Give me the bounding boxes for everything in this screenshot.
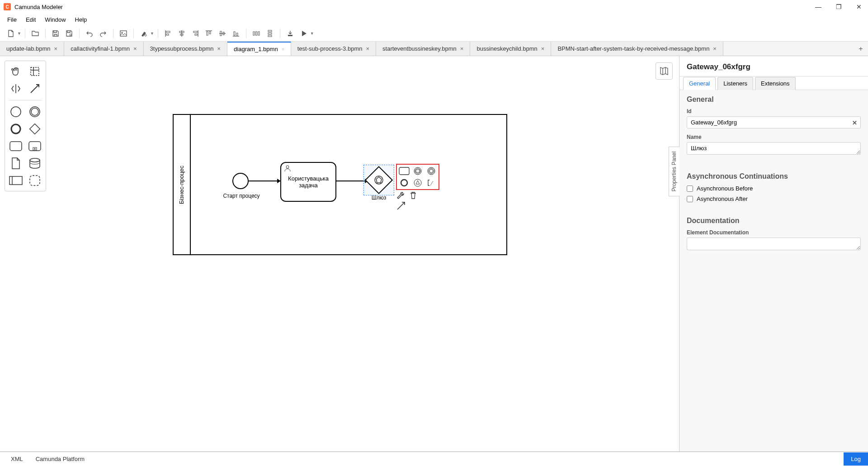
new-file-button[interactable] xyxy=(5,27,17,40)
export-image-button[interactable] xyxy=(117,27,130,40)
menu-window[interactable]: Window xyxy=(40,14,70,25)
trash-icon[interactable] xyxy=(409,191,418,200)
footer-tab-camunda-platform[interactable]: Camunda Platform xyxy=(29,453,91,465)
distribute-h-button[interactable] xyxy=(250,27,263,40)
align-middle-v-button[interactable] xyxy=(216,27,229,40)
canvas[interactable]: Properties Panel Бізнес-процес Старт про… xyxy=(51,56,679,452)
tab-test-sub-process-3[interactable]: test-sub-process-3.bpmn× xyxy=(291,42,376,56)
tab-bussineskeychild[interactable]: bussineskeychild.bpmn× xyxy=(470,42,551,56)
lane-body[interactable]: Старт процесу Користувацька задача Шлюз xyxy=(191,115,506,254)
save-as-button[interactable] xyxy=(63,27,75,40)
minimize-button[interactable]: — xyxy=(812,2,824,11)
redo-button[interactable] xyxy=(97,27,109,40)
lasso-tool-icon[interactable] xyxy=(28,65,42,78)
properties-tab-general[interactable]: General xyxy=(683,77,716,90)
pool-header[interactable]: Бізнес-процес xyxy=(174,115,191,254)
start-event-icon[interactable] xyxy=(9,105,23,119)
tab-callactivityfinal[interactable]: callactivityfinal-1.bpmn× xyxy=(64,42,143,56)
group-icon[interactable] xyxy=(28,174,42,187)
open-button[interactable] xyxy=(29,27,42,40)
data-store-icon[interactable] xyxy=(28,157,42,170)
toolbar: ▼ ▼ ▼ xyxy=(0,25,868,42)
run-dropdown-icon[interactable]: ▼ xyxy=(310,31,314,36)
tab-3typessubprocess[interactable]: 3typessubprocess.bpmn× xyxy=(144,42,228,56)
end-event-icon[interactable] xyxy=(9,122,23,136)
properties-tab-extensions[interactable]: Extensions xyxy=(755,77,796,90)
subprocess-expanded-icon[interactable] xyxy=(28,139,42,153)
participant-icon[interactable] xyxy=(9,174,23,187)
menu-file[interactable]: File xyxy=(3,14,21,25)
tab-close-icon[interactable]: × xyxy=(54,46,58,52)
task-icon[interactable] xyxy=(9,139,23,153)
name-input[interactable]: Шлюз xyxy=(687,142,861,155)
tab-close-icon[interactable]: × xyxy=(366,46,369,52)
tab-close-icon[interactable]: × xyxy=(217,46,221,52)
hand-tool-icon[interactable] xyxy=(9,65,23,78)
global-connect-icon[interactable] xyxy=(28,82,42,95)
annotation-icon[interactable] xyxy=(425,178,437,188)
svg-point-38 xyxy=(30,158,40,162)
undo-button[interactable] xyxy=(83,27,96,40)
tab-diagram-1[interactable]: diagram_1.bpmn○ xyxy=(227,42,291,56)
new-file-dropdown-icon[interactable]: ▼ xyxy=(17,31,21,36)
svg-rect-45 xyxy=(399,167,409,175)
log-button[interactable]: Log xyxy=(844,452,868,466)
align-left-button[interactable] xyxy=(162,27,175,40)
start-event[interactable] xyxy=(232,173,249,189)
append-message-event-icon[interactable] xyxy=(412,166,424,176)
async-after-checkbox[interactable] xyxy=(687,196,693,202)
svg-point-33 xyxy=(11,124,20,133)
svg-rect-5 xyxy=(166,31,170,33)
space-tool-icon[interactable] xyxy=(9,82,23,95)
properties-panel-toggle[interactable]: Properties Panel xyxy=(669,147,679,196)
id-input[interactable] xyxy=(687,116,861,128)
clear-id-icon[interactable]: ✕ xyxy=(852,119,857,126)
tab-starteventbussineskey[interactable]: starteventbussineskey.bpmn× xyxy=(376,42,470,56)
data-object-icon[interactable] xyxy=(9,157,23,170)
append-end-event-icon[interactable] xyxy=(398,178,410,188)
append-signal-event-icon[interactable] xyxy=(412,178,424,188)
tab-update-lab[interactable]: update-lab.bpmn× xyxy=(0,42,64,56)
color-button[interactable] xyxy=(137,27,150,40)
tab-close-icon[interactable]: × xyxy=(541,46,545,52)
async-before-checkbox[interactable] xyxy=(687,185,693,192)
sequence-flow-1[interactable] xyxy=(249,181,280,181)
menu-edit[interactable]: Edit xyxy=(21,14,40,25)
documentation-input[interactable] xyxy=(687,238,861,250)
svg-rect-14 xyxy=(207,32,208,35)
properties-tab-listeners[interactable]: Listeners xyxy=(717,77,753,90)
field-label: Id xyxy=(687,108,861,114)
svg-rect-35 xyxy=(10,142,22,151)
gateway-icon[interactable] xyxy=(28,122,42,136)
footer-tab-xml[interactable]: XML xyxy=(5,453,29,465)
tab-close-icon[interactable]: × xyxy=(460,46,464,52)
color-dropdown-icon[interactable]: ▼ xyxy=(150,31,154,36)
tab-add-button[interactable]: + xyxy=(854,42,868,56)
append-task-icon[interactable] xyxy=(398,166,410,176)
user-task[interactable]: Користувацька задача xyxy=(280,162,336,202)
align-top-button[interactable] xyxy=(203,27,215,40)
intermediate-event-icon[interactable] xyxy=(28,105,42,119)
gateway-label: Шлюз xyxy=(370,195,388,201)
tab-close-icon[interactable]: × xyxy=(133,46,137,52)
distribute-v-button[interactable] xyxy=(264,27,276,40)
wrench-icon[interactable] xyxy=(396,191,405,200)
pool[interactable]: Бізнес-процес Старт процесу Користувацьк… xyxy=(173,114,507,255)
palette xyxy=(5,61,46,191)
connect-icon[interactable] xyxy=(396,201,406,212)
align-center-h-button[interactable] xyxy=(175,27,188,40)
close-button[interactable]: ✕ xyxy=(854,2,864,11)
align-right-button[interactable] xyxy=(189,27,202,40)
append-timer-event-icon[interactable] xyxy=(425,166,437,176)
maximize-button[interactable]: ❐ xyxy=(833,2,844,11)
menu-help[interactable]: Help xyxy=(71,14,92,25)
save-button[interactable] xyxy=(49,27,62,40)
tab-bpmn-start-after-system-task[interactable]: BPMN-start-after-system-task-by-received… xyxy=(551,42,723,56)
align-bottom-button[interactable] xyxy=(230,27,242,40)
tab-close-icon[interactable]: × xyxy=(713,46,717,52)
run-button[interactable] xyxy=(297,27,310,40)
minimap-toggle-button[interactable] xyxy=(656,62,673,80)
titlebar: C Camunda Modeler — ❐ ✕ xyxy=(0,0,868,14)
deploy-button[interactable] xyxy=(284,27,297,40)
tab-label: test-sub-process-3.bpmn xyxy=(297,45,363,52)
